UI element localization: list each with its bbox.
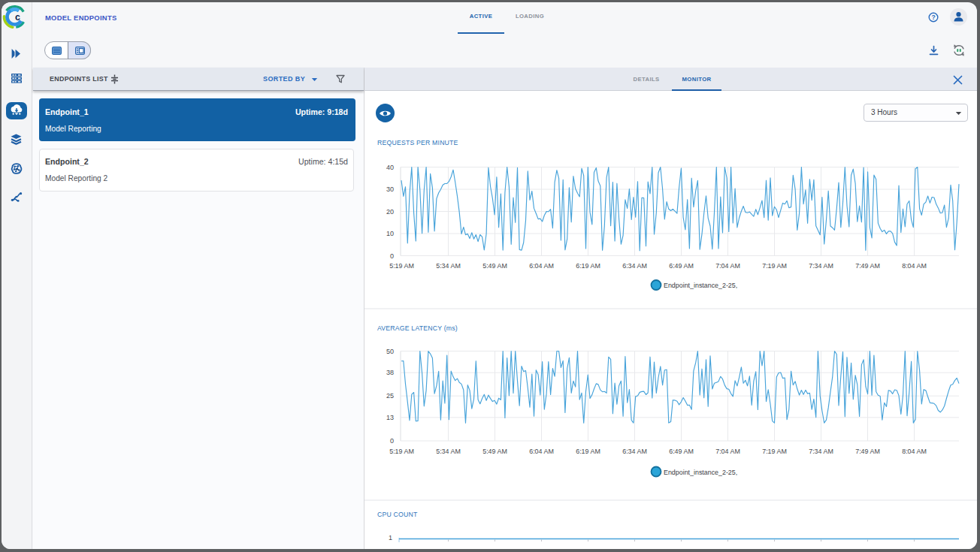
svg-text:0: 0 [390,437,394,445]
svg-text:6:19 AM: 6:19 AM [576,448,600,455]
svg-text:6:19 AM: 6:19 AM [576,262,600,270]
svg-text:5:19 AM: 5:19 AM [389,262,414,270]
svg-text:7:19 AM: 7:19 AM [762,262,787,270]
svg-text:6:04 AM: 6:04 AM [529,262,554,270]
svg-text:20: 20 [386,208,394,216]
svg-text:?: ? [931,14,935,21]
svg-text:7:34 AM: 7:34 AM [809,262,833,270]
svg-text:5:19 AM: 5:19 AM [389,448,414,455]
svg-text:40: 40 [386,164,394,171]
svg-text:13: 13 [386,414,394,421]
svg-text:8:04 AM: 8:04 AM [902,448,927,455]
svg-text:5:34 AM: 5:34 AM [436,448,461,455]
svg-text:CPU COUNT: CPU COUNT [377,511,418,518]
svg-text:7:04 AM: 7:04 AM [715,262,740,270]
svg-text:6:49 AM: 6:49 AM [669,262,694,270]
svg-text:0: 0 [390,252,394,260]
svg-text:8:04 AM: 8:04 AM [902,262,927,270]
svg-text:6:34 AM: 6:34 AM [622,448,647,455]
svg-text:6:34 AM: 6:34 AM [622,262,647,270]
svg-text:7:49 AM: 7:49 AM [855,448,880,455]
svg-text:5:49 AM: 5:49 AM [482,262,507,270]
svg-text:REQUESTS PER MINUTE: REQUESTS PER MINUTE [377,139,458,146]
svg-text:Endpoint_instance_2-25,: Endpoint_instance_2-25, [664,282,737,289]
svg-text:Endpoint_instance_2-25,: Endpoint_instance_2-25, [664,469,737,476]
svg-text:30: 30 [386,186,394,193]
svg-text:7:34 AM: 7:34 AM [809,448,833,455]
svg-text:5:49 AM: 5:49 AM [482,448,507,455]
svg-text:7:49 AM: 7:49 AM [855,262,880,270]
svg-text:6:04 AM: 6:04 AM [529,448,554,455]
svg-text:25: 25 [386,392,394,400]
svg-text:7:04 AM: 7:04 AM [715,448,740,455]
svg-text:5:34 AM: 5:34 AM [436,262,461,270]
svg-text:1: 1 [389,534,392,541]
svg-text:c: c [15,12,20,23]
svg-text:6:49 AM: 6:49 AM [669,448,694,455]
svg-text:38: 38 [386,369,394,376]
svg-text:50: 50 [386,348,394,355]
svg-text:7:19 AM: 7:19 AM [762,448,787,455]
svg-text:AVERAGE LATENCY (ms): AVERAGE LATENCY (ms) [377,324,458,332]
svg-text:10: 10 [386,230,394,237]
